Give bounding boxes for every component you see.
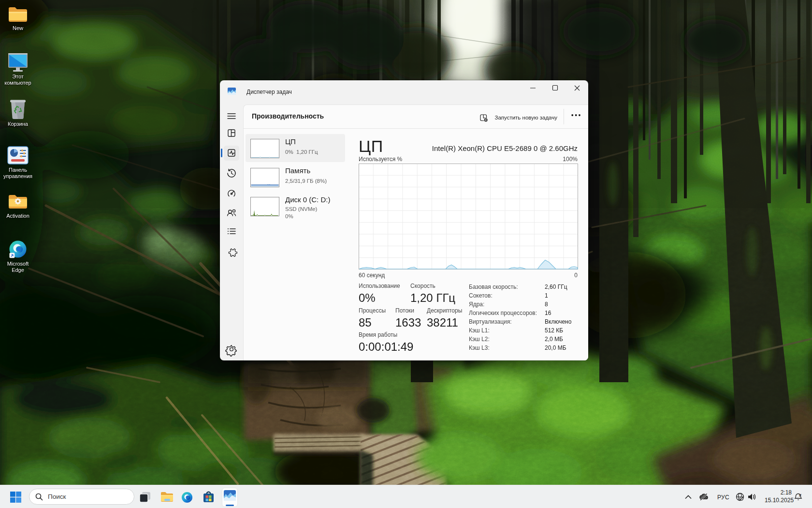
svg-text:z: z: [800, 493, 802, 496]
